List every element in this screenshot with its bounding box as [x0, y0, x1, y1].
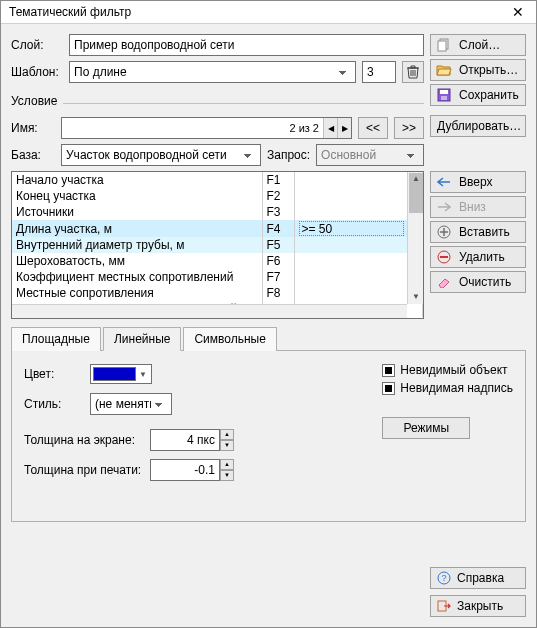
field-code-cell: F1	[262, 172, 294, 188]
modes-button[interactable]: Режимы	[382, 417, 470, 439]
clear-button[interactable]: Очистить	[430, 271, 526, 293]
layer-field[interactable]	[69, 34, 424, 56]
query-label: Запрос:	[267, 148, 310, 162]
svg-rect-1	[438, 41, 446, 51]
color-swatch[interactable]: ▼	[90, 364, 152, 384]
base-combo[interactable]: Участок водопроводной сети	[61, 144, 261, 166]
tabstrip: Площадные Линейные Символьные	[11, 327, 526, 351]
field-name-cell: Конец участка	[12, 188, 262, 204]
window-title: Тематический фильтр	[9, 5, 508, 19]
field-value-cell[interactable]	[294, 269, 423, 285]
up-button[interactable]: Вверх	[430, 171, 526, 193]
table-row[interactable]: Длина участка, мF4>= 50…	[12, 220, 423, 237]
name-label: Имя:	[11, 121, 55, 135]
field-value-cell[interactable]	[294, 172, 423, 188]
invisible-object-check[interactable]: Невидимый объект	[382, 363, 513, 377]
field-code-cell: F5	[262, 237, 294, 253]
style-combo[interactable]: (не менять)	[90, 393, 172, 415]
grid-hscroll[interactable]	[12, 304, 407, 318]
field-name-cell: Шероховатость, мм	[12, 253, 262, 269]
table-row[interactable]: Внутренний диаметр трубы, мF5	[12, 237, 423, 253]
duplicate-button[interactable]: Дублировать…	[430, 115, 526, 137]
field-code-cell: F4	[262, 220, 294, 237]
close-button[interactable]: Закрыть	[430, 595, 526, 617]
svg-rect-3	[440, 90, 448, 94]
thick-screen-input[interactable]	[150, 429, 220, 451]
field-name-cell: Начало участка	[12, 172, 262, 188]
trash-icon	[407, 65, 419, 79]
checkbox-icon	[382, 364, 395, 377]
down-button[interactable]: Вниз	[430, 196, 526, 218]
plus-circle-icon	[435, 224, 453, 240]
delete-button[interactable]: Удалить	[430, 246, 526, 268]
exit-icon	[437, 599, 451, 613]
condition-divider	[63, 103, 424, 104]
field-code-cell: F7	[262, 269, 294, 285]
name-next-small-button[interactable]: ▶	[337, 118, 351, 138]
thick-print-spin[interactable]: ▲▼	[220, 459, 234, 481]
table-row[interactable]: ИсточникиF3	[12, 204, 423, 220]
grid-vscroll[interactable]: ▲ ▼	[407, 172, 423, 304]
template-count-field[interactable]	[362, 61, 396, 83]
scroll-down-icon[interactable]: ▼	[409, 290, 423, 304]
folder-open-icon	[435, 62, 453, 78]
name-counter: 2 из 2	[285, 122, 323, 134]
table-row[interactable]: Коэффициент местных сопротивленийF7	[12, 269, 423, 285]
template-combo[interactable]: По длине	[69, 61, 356, 83]
arrow-left-icon	[435, 174, 453, 190]
field-value-cell[interactable]	[294, 188, 423, 204]
name-prev-button[interactable]: <<	[358, 117, 388, 139]
layer-label: Слой:	[11, 38, 63, 52]
thick-print-input[interactable]	[150, 459, 220, 481]
minus-circle-icon	[435, 249, 453, 265]
open-button[interactable]: Открыть…	[430, 59, 526, 81]
svg-rect-4	[441, 96, 447, 100]
thematic-filter-dialog: Тематический фильтр ✕ Слой: Шаблон: По д…	[0, 0, 537, 628]
field-name-cell: Местные сопротивления	[12, 285, 262, 301]
arrow-right-icon	[435, 199, 453, 215]
tab-panel-linear: Цвет: ▼ Стиль: (не менять) Толщина на эк…	[11, 350, 526, 522]
insert-button[interactable]: Вставить	[430, 221, 526, 243]
field-value-cell[interactable]: >= 50…	[294, 220, 423, 237]
fields-grid[interactable]: Начало участкаF1Конец участкаF2Источники…	[11, 171, 424, 319]
name-prev-small-button[interactable]: ◀	[323, 118, 337, 138]
field-value-cell[interactable]	[294, 285, 423, 301]
close-icon[interactable]: ✕	[508, 4, 528, 20]
field-name-cell: Коэффициент местных сопротивлений	[12, 269, 262, 285]
color-preview	[93, 367, 136, 381]
layer-button[interactable]: Слой…	[430, 34, 526, 56]
help-icon: ?	[437, 571, 451, 585]
tab-symbol[interactable]: Символьные	[183, 327, 276, 351]
query-combo[interactable]: Основной	[316, 144, 424, 166]
save-button[interactable]: Сохранить	[430, 84, 526, 106]
name-next-button[interactable]: >>	[394, 117, 424, 139]
delete-template-button[interactable]	[402, 61, 424, 83]
table-row[interactable]: Местные сопротивленияF8	[12, 285, 423, 301]
field-code-cell: F6	[262, 253, 294, 269]
field-value-cell[interactable]	[294, 204, 423, 220]
template-label: Шаблон:	[11, 65, 63, 79]
tab-linear[interactable]: Линейные	[103, 327, 182, 351]
content: Слой: Шаблон: По длине Условие	[1, 24, 536, 627]
help-button[interactable]: ? Справка	[430, 567, 526, 589]
thick-screen-spin[interactable]: ▲▼	[220, 429, 234, 451]
table-row[interactable]: Начало участкаF1	[12, 172, 423, 188]
base-label: База:	[11, 148, 55, 162]
table-row[interactable]: Шероховатость, ммF6	[12, 253, 423, 269]
scroll-up-icon[interactable]: ▲	[409, 172, 423, 186]
svg-text:?: ?	[441, 573, 446, 583]
save-icon	[435, 87, 453, 103]
field-value-cell[interactable]	[294, 253, 423, 269]
invisible-label-check[interactable]: Невидимая надпись	[382, 381, 513, 395]
copy-icon	[435, 37, 453, 53]
field-code-cell: F8	[262, 285, 294, 301]
style-label: Стиль:	[24, 397, 84, 411]
color-label: Цвет:	[24, 367, 84, 381]
field-value-cell[interactable]	[294, 237, 423, 253]
chevron-down-icon: ▼	[139, 370, 147, 379]
name-field[interactable]	[62, 118, 285, 138]
tab-area[interactable]: Площадные	[11, 327, 101, 351]
field-code-cell: F3	[262, 204, 294, 220]
checkbox-icon	[382, 382, 395, 395]
table-row[interactable]: Конец участкаF2	[12, 188, 423, 204]
